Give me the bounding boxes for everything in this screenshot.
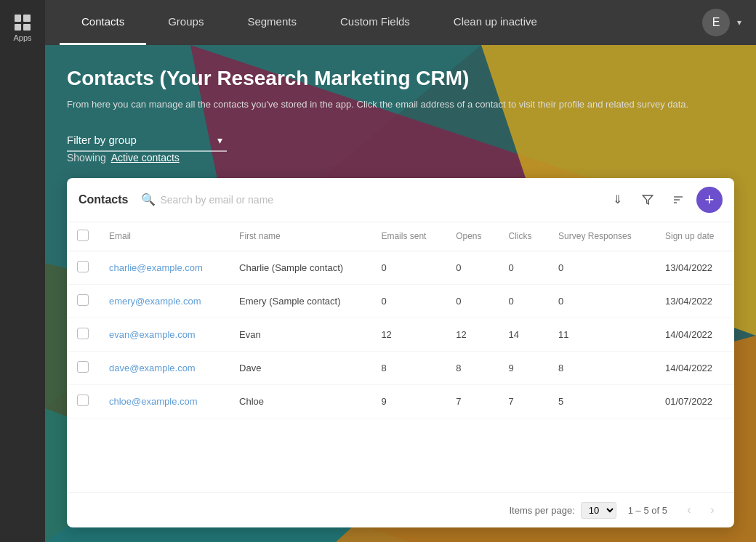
- row-sign-up-date: 13/04/2022: [655, 284, 734, 317]
- table-header: Email First name Emails sent Opens Click…: [67, 222, 734, 251]
- tab-groups[interactable]: Groups: [146, 0, 225, 45]
- email-link[interactable]: chloe@example.com: [109, 396, 198, 407]
- tab-clean-up-inactive[interactable]: Clean up inactive: [432, 0, 559, 45]
- row-emails-sent: 9: [371, 384, 446, 418]
- row-clicks: 7: [499, 384, 549, 418]
- row-checkbox[interactable]: [77, 261, 89, 272]
- table-row: charlie@example.com Charlie (Sample cont…: [67, 251, 734, 284]
- header-bar: Contacts Groups Segments Custom Fields C…: [45, 0, 756, 45]
- select-all-cell: [67, 222, 99, 251]
- apps-icon: [15, 15, 31, 31]
- add-contact-button[interactable]: +: [696, 187, 723, 213]
- filter-by-group-select[interactable]: Filter by group: [67, 129, 227, 152]
- row-clicks: 9: [499, 351, 549, 384]
- showing-text: Showing Active contacts: [67, 152, 734, 163]
- col-email: Email: [99, 222, 229, 251]
- row-emails-sent: 8: [371, 351, 446, 384]
- svg-marker-7: [643, 195, 652, 204]
- sidebar-item-apps[interactable]: Apps: [13, 7, 31, 49]
- pagination: Items per page: 10 25 50 1 – 5 of 5 ‹ ›: [67, 492, 734, 527]
- content-overlay: Contacts (Your Research Marketing CRM) F…: [45, 45, 756, 542]
- contacts-table: Email First name Emails sent Opens Click…: [67, 222, 734, 493]
- per-page-label: Items per page:: [509, 505, 574, 516]
- tab-custom-fields[interactable]: Custom Fields: [318, 0, 432, 45]
- email-link[interactable]: dave@example.com: [109, 363, 196, 373]
- email-link[interactable]: charlie@example.com: [109, 262, 203, 273]
- table-row: emery@example.com Emery (Sample contact)…: [67, 284, 734, 317]
- row-checkbox-cell: [67, 317, 99, 351]
- email-link[interactable]: emery@example.com: [109, 296, 201, 307]
- nav-tabs: Contacts Groups Segments Custom Fields C…: [60, 0, 702, 45]
- row-survey-responses: 8: [548, 351, 655, 384]
- row-email: emery@example.com: [99, 284, 229, 317]
- sidebar: Apps: [0, 0, 45, 542]
- filter-group-wrapper: Filter by group ▾: [67, 129, 227, 152]
- row-opens: 8: [446, 351, 498, 384]
- row-survey-responses: 11: [548, 317, 655, 351]
- download-button[interactable]: ⇓: [605, 187, 630, 212]
- row-emails-sent: 0: [371, 284, 446, 317]
- email-link[interactable]: evan@example.com: [109, 329, 196, 340]
- row-sign-up-date: 13/04/2022: [655, 251, 734, 284]
- row-first-name: Dave: [229, 351, 371, 384]
- table: Email First name Emails sent Opens Click…: [67, 222, 734, 418]
- row-survey-responses: 0: [548, 284, 655, 317]
- row-checkbox-cell: [67, 384, 99, 418]
- sort-icon: [672, 194, 684, 206]
- table-body: charlie@example.com Charlie (Sample cont…: [67, 251, 734, 418]
- row-clicks: 0: [499, 251, 549, 284]
- row-checkbox[interactable]: [77, 395, 89, 406]
- filter-button[interactable]: [635, 187, 660, 212]
- table-row: evan@example.com Evan 12 12 14 11 14/04/…: [67, 317, 734, 351]
- row-survey-responses: 5: [548, 384, 655, 418]
- row-checkbox[interactable]: [77, 328, 89, 339]
- toolbar-actions: ⇓ +: [605, 187, 723, 213]
- filter-icon: [642, 194, 654, 206]
- header-row: Email First name Emails sent Opens Click…: [67, 222, 734, 251]
- row-checkbox[interactable]: [77, 294, 89, 306]
- col-clicks: Clicks: [499, 222, 549, 251]
- row-email: dave@example.com: [99, 351, 229, 384]
- row-checkbox-cell: [67, 251, 99, 284]
- row-emails-sent: 0: [371, 251, 446, 284]
- row-email: chloe@example.com: [99, 384, 229, 418]
- row-checkbox[interactable]: [77, 361, 89, 373]
- row-clicks: 14: [499, 317, 549, 351]
- content-area: Contacts (Your Research Marketing CRM) F…: [45, 45, 756, 542]
- row-survey-responses: 0: [548, 251, 655, 284]
- row-first-name: Charlie (Sample contact): [229, 251, 371, 284]
- avatar[interactable]: E: [702, 9, 730, 36]
- col-sign-up-date: Sign up date: [655, 222, 734, 251]
- main-content: Contacts Groups Segments Custom Fields C…: [45, 0, 756, 542]
- sort-button[interactable]: [666, 187, 691, 212]
- table-card: Contacts 🔍 ⇓: [67, 178, 734, 528]
- select-all-checkbox[interactable]: [77, 230, 89, 241]
- prev-page-button[interactable]: ‹: [679, 500, 699, 520]
- per-page-wrapper: Items per page: 10 25 50: [509, 502, 616, 519]
- page-title: Contacts (Your Research Marketing CRM): [67, 67, 734, 90]
- row-sign-up-date: 14/04/2022: [655, 317, 734, 351]
- row-first-name: Chloe: [229, 384, 371, 418]
- avatar-chevron-icon[interactable]: ▾: [737, 17, 741, 28]
- page-range: 1 – 5 of 5: [628, 505, 667, 516]
- table-toolbar: Contacts 🔍 ⇓: [67, 178, 734, 222]
- row-email: evan@example.com: [99, 317, 229, 351]
- next-page-button[interactable]: ›: [702, 500, 723, 520]
- header-right: E ▾: [702, 9, 741, 36]
- search-wrapper: 🔍: [141, 193, 596, 206]
- tab-segments[interactable]: Segments: [225, 0, 318, 45]
- per-page-select[interactable]: 10 25 50: [581, 502, 616, 519]
- table-title: Contacts: [79, 193, 128, 206]
- row-opens: 0: [446, 251, 498, 284]
- active-contacts-link[interactable]: Active contacts: [111, 152, 180, 163]
- showing-prefix: Showing: [67, 152, 106, 163]
- table-row: chloe@example.com Chloe 9 7 7 5 01/07/20…: [67, 384, 734, 418]
- row-sign-up-date: 14/04/2022: [655, 351, 734, 384]
- row-first-name: Evan: [229, 317, 371, 351]
- tab-contacts[interactable]: Contacts: [60, 0, 146, 45]
- row-sign-up-date: 01/07/2022: [655, 384, 734, 418]
- row-checkbox-cell: [67, 284, 99, 317]
- search-input[interactable]: [160, 194, 596, 206]
- col-first-name: First name: [229, 222, 371, 251]
- apps-label: Apps: [13, 33, 31, 42]
